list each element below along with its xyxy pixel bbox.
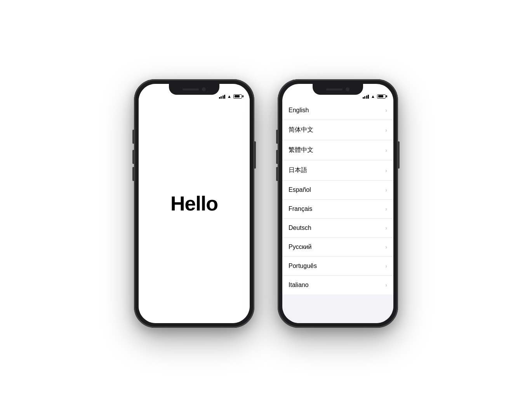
language-name-japanese: 日本語 — [289, 166, 307, 174]
status-icons-1: ▲ — [219, 94, 242, 99]
hello-screen: Hello — [139, 84, 250, 323]
battery-icon-1 — [233, 94, 242, 99]
phone-1: ▲ Hello — [134, 79, 254, 328]
bar-4 — [224, 95, 225, 99]
language-item-spanish[interactable]: Español › — [282, 181, 393, 200]
language-screen: English › 简体中文 › 繁體中文 › 日本語 › Español › … — [282, 101, 393, 323]
camera-2 — [346, 87, 349, 91]
battery-fill-2 — [378, 95, 384, 97]
language-item-traditional-chinese[interactable]: 繁體中文 › — [282, 140, 393, 160]
chevron-icon-english: › — [385, 107, 387, 113]
chevron-icon-russian: › — [385, 244, 387, 250]
chevron-icon-italian: › — [385, 282, 387, 288]
language-item-russian[interactable]: Русский › — [282, 238, 393, 257]
language-list: English › 简体中文 › 繁體中文 › 日本語 › Español › … — [282, 101, 393, 294]
language-name-english: English — [289, 107, 309, 114]
chevron-icon-spanish: › — [385, 187, 387, 193]
language-name-german: Deutsch — [289, 224, 311, 231]
chevron-icon-japanese: › — [385, 167, 387, 174]
bar-4 — [368, 95, 369, 99]
chevron-icon-simplified-chinese: › — [385, 127, 387, 133]
chevron-icon-portuguese: › — [385, 263, 387, 269]
chevron-icon-french: › — [385, 206, 387, 212]
phone-2: ▲ English › 简体中文 › 繁體中文 › 日本語 › Español — [278, 79, 398, 328]
phone-2-screen: ▲ English › 简体中文 › 繁體中文 › 日本語 › Español — [282, 84, 393, 323]
language-item-japanese[interactable]: 日本語 › — [282, 160, 393, 181]
language-name-traditional-chinese: 繁體中文 — [289, 146, 313, 154]
battery-fill-1 — [235, 95, 240, 97]
camera-1 — [202, 87, 206, 91]
language-name-italian: Italiano — [289, 282, 309, 289]
language-name-simplified-chinese: 简体中文 — [289, 126, 313, 134]
chevron-icon-german: › — [385, 225, 387, 231]
signal-icon-2 — [363, 94, 369, 99]
notch-2 — [313, 84, 363, 95]
language-name-russian: Русский — [289, 244, 311, 250]
hello-text: Hello — [170, 192, 218, 215]
language-name-spanish: Español — [289, 186, 311, 193]
chevron-icon-traditional-chinese: › — [385, 147, 387, 153]
status-icons-2: ▲ — [363, 94, 386, 99]
language-item-french[interactable]: Français › — [282, 200, 393, 219]
speaker-2 — [326, 89, 342, 90]
notch-1 — [169, 84, 219, 95]
bar-2 — [364, 96, 365, 99]
wifi-icon-1: ▲ — [227, 94, 231, 99]
bar-2 — [221, 96, 222, 99]
language-item-english[interactable]: English › — [282, 101, 393, 120]
language-item-german[interactable]: Deutsch › — [282, 219, 393, 238]
speaker-1 — [183, 89, 199, 90]
language-name-french: Français — [289, 205, 312, 212]
phone-2-shell: ▲ English › 简体中文 › 繁體中文 › 日本語 › Español — [278, 79, 398, 328]
language-item-portuguese[interactable]: Português › — [282, 257, 393, 276]
bar-1 — [363, 97, 364, 99]
bar-3 — [223, 96, 224, 99]
bar-3 — [366, 96, 367, 99]
phone-1-shell: ▲ Hello — [134, 79, 254, 328]
bar-1 — [219, 97, 220, 99]
language-name-portuguese: Português — [289, 263, 317, 270]
signal-icon-1 — [219, 94, 226, 99]
language-item-simplified-chinese[interactable]: 简体中文 › — [282, 120, 393, 140]
phone-1-screen: ▲ Hello — [139, 84, 250, 323]
wifi-icon-2: ▲ — [371, 94, 375, 99]
language-item-italian[interactable]: Italiano › — [282, 276, 393, 294]
battery-icon-2 — [377, 94, 386, 99]
